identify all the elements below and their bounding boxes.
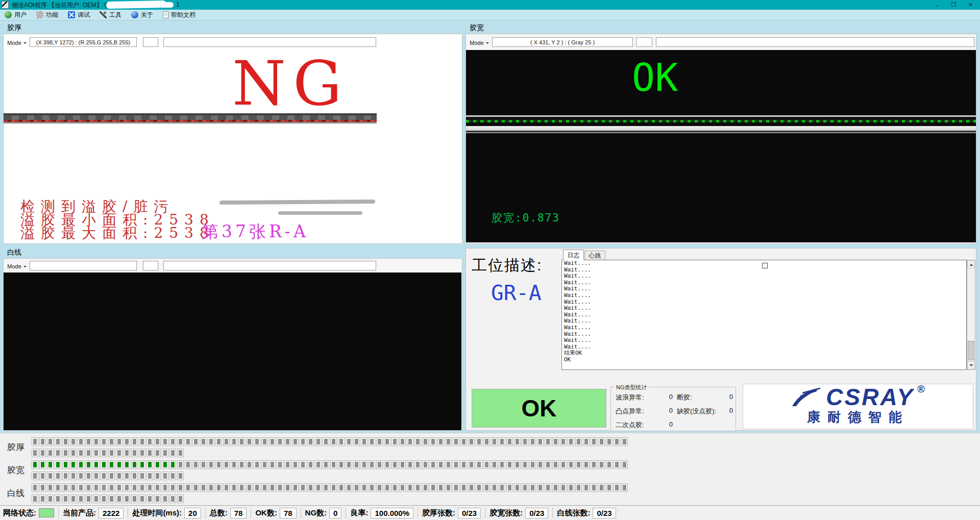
indicator-cell (300, 437, 306, 446)
mode-label: Mode (7, 40, 21, 46)
minimize-button[interactable]: – (928, 0, 945, 10)
pixel-info-field-glue-thickness[interactable]: (X 398,Y 1272) : (R 255,G 255,B 255) (30, 37, 137, 47)
status-label: 总数: (210, 508, 228, 518)
glue-width-measurement: 胶宽:0.873 (492, 211, 560, 225)
indicator-cell (62, 460, 69, 469)
indicator-cell (422, 437, 429, 446)
log-entry: Wait.... (562, 337, 966, 344)
indicator-cell (124, 483, 130, 492)
indicator-cell (62, 472, 69, 480)
brand-subtitle: 康耐德智能 (807, 408, 909, 426)
close-button[interactable]: ✕ (962, 0, 979, 10)
status-label: 当前产品: (63, 508, 96, 518)
indicator-cell (101, 483, 107, 492)
indicator-cell (116, 472, 122, 480)
indicator-cell (131, 472, 138, 480)
log-scrollbar[interactable] (967, 260, 975, 370)
menu-item-func[interactable]: 功能 (36, 11, 58, 19)
indicator-cell (552, 483, 559, 492)
indicator-cell (246, 460, 253, 469)
indicator-cell (223, 437, 230, 446)
menu-item-help[interactable]: 帮助文档 (163, 11, 195, 19)
indicator-cell (437, 437, 444, 446)
indicator-cell (32, 460, 38, 469)
registered-mark: ® (917, 383, 925, 395)
indicator-cell (376, 437, 383, 446)
menu-item-user[interactable]: 用户 (5, 11, 27, 19)
menu-item-about[interactable]: 关于 (131, 11, 153, 19)
indicator-cell (346, 460, 352, 469)
status-value: 2222 (99, 508, 124, 518)
tab-heartbeat[interactable]: 心跳 (584, 251, 605, 260)
indicator-cell (47, 437, 54, 446)
glue-width-image: OK 胶宽:0.873 (466, 50, 976, 242)
tab-log[interactable]: 日志 (563, 250, 584, 260)
scrollbar-thumb[interactable] (968, 341, 974, 360)
indicator-cell (591, 437, 597, 446)
indicator-cell (621, 437, 628, 446)
indicator-cell (208, 483, 214, 492)
log-entry: Wait.... (562, 280, 966, 286)
tab-label: 心跳 (589, 252, 601, 260)
indicator-cell (437, 483, 444, 492)
indicator-cell (223, 460, 230, 469)
wide-field-glue-thickness[interactable] (163, 37, 376, 47)
mode-dropdown-white-line[interactable]: Mode (5, 261, 29, 271)
indicator-cell (414, 460, 421, 469)
status-label: 胶厚张数: (422, 508, 455, 518)
status-bar: 网络状态:当前产品:2222处理时间(ms):20总数:78OK数:78NG数:… (0, 505, 980, 520)
indicator-cell (369, 483, 375, 492)
indicator-cell (514, 460, 521, 469)
log-list[interactable]: Wait....Wait....Wait....Wait....Wait....… (561, 260, 967, 370)
indicator-cell (330, 437, 337, 446)
indicator-cell (284, 437, 291, 446)
indicator-cell (560, 437, 567, 446)
small-field-white-line[interactable] (143, 261, 158, 270)
menu-item-debug[interactable]: 调试 (68, 11, 90, 19)
indicator-cell (437, 460, 444, 469)
indicator-cell (430, 460, 436, 469)
glue-line-stripes (466, 115, 976, 133)
pixel-info-field-white-line[interactable] (30, 261, 137, 270)
indicator-cell (384, 483, 390, 492)
indicator-cell (522, 483, 528, 492)
indicator-cell (215, 460, 222, 469)
maximize-button[interactable]: ❐ (945, 0, 962, 10)
indicator-cell (522, 460, 528, 469)
indicator-cell (468, 437, 475, 446)
status-proc-time: 处理时间(ms):20 (132, 508, 201, 518)
scroll-up-icon[interactable] (967, 260, 975, 268)
wide-field-white-line[interactable] (163, 261, 376, 270)
separator (58, 507, 59, 518)
gear-icon (36, 11, 43, 18)
wide-field-glue-width[interactable] (656, 37, 974, 47)
indicator-cell (154, 494, 161, 503)
indicator-cell (32, 472, 38, 480)
indicator-cell (598, 460, 605, 469)
mode-dropdown-glue-width[interactable]: Mode (468, 38, 491, 47)
indicator-cell (254, 437, 260, 446)
indicator-cell (39, 449, 46, 457)
indicator-cell (514, 437, 521, 446)
result-status-button[interactable]: OK (472, 389, 606, 428)
mode-dropdown-glue-thickness[interactable]: Mode (5, 38, 29, 47)
pixel-info-field-glue-width[interactable]: ( X 431, Y 2 ) : ( Gray 25 ) (492, 37, 633, 47)
small-field-glue-width[interactable] (636, 37, 652, 47)
indicator-cell (514, 483, 521, 492)
indicator-cell (391, 437, 398, 446)
indicator-cell (529, 460, 536, 469)
indicator-cell (124, 460, 130, 469)
indicator-cell (101, 460, 107, 469)
small-field-glue-thickness[interactable] (143, 37, 158, 47)
indicator-cell (330, 483, 337, 492)
indicator-cell (62, 483, 69, 492)
indicator-cell (85, 483, 92, 492)
indicator-cell (506, 460, 513, 469)
checkbox[interactable] (762, 263, 768, 268)
scroll-down-icon[interactable] (967, 361, 975, 369)
menu-item-tools[interactable]: 工具 (100, 11, 121, 19)
indicator-cell (39, 494, 46, 503)
indicator-cell (369, 437, 375, 446)
status-ok-count: OK数:78 (255, 508, 296, 518)
indicator-cell (545, 460, 551, 469)
